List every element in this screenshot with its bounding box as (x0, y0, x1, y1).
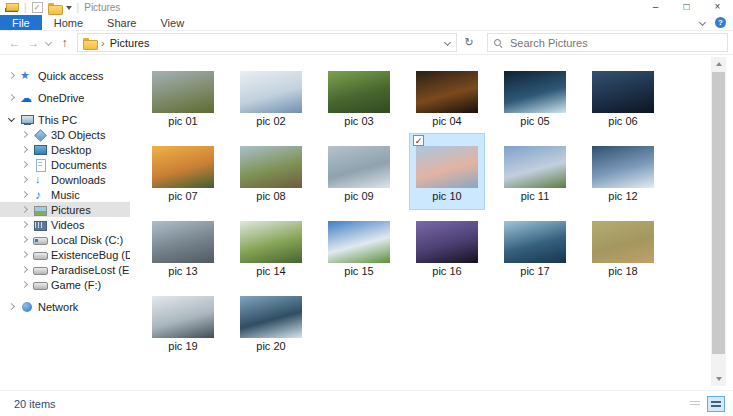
tab-home[interactable]: Home (42, 15, 95, 30)
file-item[interactable]: pic 08 (234, 134, 308, 209)
chevron-right-icon[interactable] (7, 93, 18, 103)
chevron-right-icon[interactable] (20, 160, 31, 170)
sidebar-item-videos[interactable]: Videos (0, 217, 130, 232)
chevron-down-icon[interactable] (7, 115, 18, 125)
file-explorer-window: | ✓ | Pictures – □ × FileHomeShareView ?… (0, 0, 733, 416)
chevron-right-icon[interactable] (20, 175, 31, 185)
file-item[interactable]: pic 07 (146, 134, 220, 209)
sidebar-item-paradiselost-e[interactable]: ParadiseLost (E:) (0, 262, 130, 277)
chevron-right-icon[interactable] (20, 220, 31, 230)
file-item[interactable]: ✓pic 10 (410, 134, 484, 209)
sidebar-item-existencebug-d[interactable]: ExistenceBug (D:) (0, 247, 130, 262)
file-item[interactable]: pic 03 (322, 59, 396, 134)
qat-dropdown-icon[interactable] (66, 6, 72, 10)
sidebar-item-desktop[interactable]: Desktop (0, 142, 130, 157)
sidebar-item-3d-objects[interactable]: 3D Objects (0, 127, 130, 142)
file-thumbnail (328, 146, 390, 188)
search-input[interactable] (508, 36, 721, 50)
chevron-right-icon[interactable] (20, 130, 31, 140)
videos-icon (33, 219, 47, 231)
sidebar-item-label: Music (51, 189, 80, 201)
close-icon[interactable]: × (702, 0, 733, 15)
back-icon[interactable]: ← (5, 36, 24, 50)
recent-locations-chevron-icon[interactable] (43, 40, 55, 46)
titlebar-separator: | (77, 3, 80, 13)
documents-icon (33, 159, 47, 171)
file-explorer-icon[interactable] (5, 2, 19, 13)
file-thumbnail (240, 296, 302, 338)
chevron-right-icon[interactable] (7, 71, 18, 81)
chevron-right-icon[interactable] (20, 235, 31, 245)
chevron-right-icon[interactable] (20, 190, 31, 200)
file-item[interactable]: pic 15 (322, 209, 396, 284)
file-item[interactable]: pic 05 (498, 59, 572, 134)
tab-file[interactable]: File (0, 15, 42, 30)
sidebar-item-pictures[interactable]: Pictures (0, 202, 130, 217)
maximize-icon[interactable]: □ (671, 0, 702, 15)
file-thumbnail (240, 71, 302, 113)
file-item[interactable]: pic 18 (586, 209, 660, 284)
file-label: pic 09 (322, 190, 396, 202)
sidebar-item-network[interactable]: Network (0, 299, 130, 314)
chevron-right-icon[interactable] (20, 145, 31, 155)
sidebar-item-downloads[interactable]: Downloads (0, 172, 130, 187)
tab-share[interactable]: Share (95, 15, 148, 30)
thumbnail-view-icon[interactable] (707, 396, 725, 412)
status-bar: 20 items (0, 390, 733, 416)
address-dropdown-chevron-icon[interactable] (445, 40, 451, 46)
file-item[interactable]: pic 09 (322, 134, 396, 209)
chevron-right-icon[interactable] (20, 265, 31, 275)
file-item[interactable]: pic 04 (410, 59, 484, 134)
selected-checkbox-icon[interactable]: ✓ (413, 135, 424, 146)
file-item[interactable]: pic 13 (146, 209, 220, 284)
chevron-right-icon[interactable] (20, 205, 31, 215)
new-folder-icon[interactable] (48, 3, 61, 13)
help-icon[interactable]: ? (715, 17, 726, 28)
chevron-right-icon[interactable] (20, 280, 31, 290)
quick-access-toolbar: | ✓ | (5, 2, 79, 13)
file-item[interactable]: pic 19 (146, 284, 220, 359)
file-item[interactable]: pic 20 (234, 284, 308, 359)
sidebar-item-documents[interactable]: Documents (0, 157, 130, 172)
file-item[interactable]: pic 01 (146, 59, 220, 134)
file-label: pic 14 (234, 265, 308, 277)
sidebar-item-onedrive[interactable]: OneDrive (0, 90, 130, 105)
cloud-icon (20, 92, 34, 104)
file-item[interactable]: pic 16 (410, 209, 484, 284)
window-controls: – □ × (640, 0, 733, 15)
sidebar-item-music[interactable]: Music (0, 187, 130, 202)
forward-icon[interactable]: → (24, 36, 43, 50)
file-item[interactable]: pic 06 (586, 59, 660, 134)
breadcrumb-chevron-icon[interactable]: › (101, 37, 105, 49)
file-thumbnail (504, 146, 566, 188)
sidebar-item-game-f[interactable]: Game (F:) (0, 277, 130, 292)
file-item[interactable]: pic 02 (234, 59, 308, 134)
tab-view[interactable]: View (148, 15, 196, 30)
scroll-up-icon[interactable] (711, 57, 726, 71)
expand-ribbon-chevron-icon[interactable] (700, 20, 706, 26)
scrollbar-thumb[interactable] (712, 72, 725, 354)
ribbon-right-controls: ? (700, 17, 726, 28)
ribbon-tabs: FileHomeShareView (0, 15, 196, 30)
file-item[interactable]: pic 17 (498, 209, 572, 284)
file-item[interactable]: pic 14 (234, 209, 308, 284)
refresh-icon[interactable]: ↻ (457, 36, 481, 49)
up-icon[interactable]: ↑ (55, 36, 74, 50)
chevron-right-icon[interactable] (20, 250, 31, 260)
scroll-down-icon[interactable] (711, 372, 726, 386)
breadcrumb[interactable]: Pictures (110, 37, 150, 49)
properties-icon[interactable]: ✓ (32, 2, 43, 13)
address-box[interactable]: › Pictures (77, 33, 457, 52)
file-item[interactable]: pic 11 (498, 134, 572, 209)
chevron-right-icon[interactable] (7, 302, 18, 312)
sidebar-item-quick-access[interactable]: Quick access (0, 68, 130, 83)
sidebar-item-label: ExistenceBug (D:) (51, 249, 130, 261)
vertical-scrollbar[interactable] (711, 57, 726, 386)
sidebar-item-this-pc[interactable]: This PC (0, 112, 130, 127)
window-title: Pictures (84, 2, 120, 13)
details-view-icon[interactable] (686, 396, 704, 412)
file-item[interactable]: pic 12 (586, 134, 660, 209)
sidebar-item-label: Local Disk (C:) (51, 234, 123, 246)
minimize-icon[interactable]: – (640, 0, 671, 15)
sidebar-item-local-disk-c[interactable]: Local Disk (C:) (0, 232, 130, 247)
